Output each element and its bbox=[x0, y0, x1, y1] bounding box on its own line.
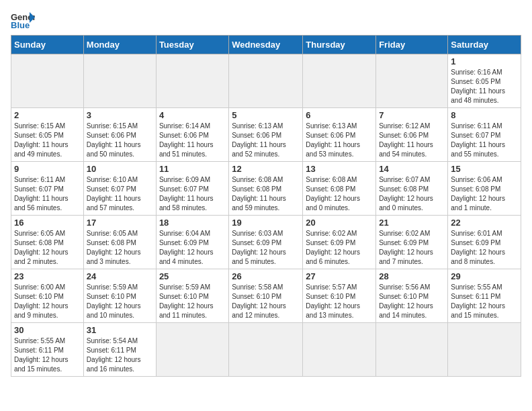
day-number: 29 bbox=[451, 271, 518, 281]
day-info: Sunrise: 6:03 AM Sunset: 6:09 PM Dayligh… bbox=[232, 229, 300, 267]
calendar-cell bbox=[229, 323, 303, 377]
day-number: 9 bbox=[14, 164, 81, 174]
calendar-table: SundayMondayTuesdayWednesdayThursdayFrid… bbox=[11, 35, 521, 377]
day-number: 28 bbox=[379, 271, 445, 281]
day-number: 25 bbox=[159, 271, 226, 281]
calendar-cell: 24Sunrise: 5:59 AM Sunset: 6:10 PM Dayli… bbox=[83, 269, 156, 323]
calendar-cell: 4Sunrise: 6:14 AM Sunset: 6:06 PM Daylig… bbox=[156, 108, 228, 162]
day-number: 5 bbox=[232, 110, 300, 120]
calendar-cell bbox=[448, 323, 521, 377]
day-info: Sunrise: 5:56 AM Sunset: 6:10 PM Dayligh… bbox=[379, 283, 445, 320]
calendar-cell: 12Sunrise: 6:08 AM Sunset: 6:08 PM Dayli… bbox=[229, 162, 303, 216]
calendar-cell bbox=[303, 323, 376, 377]
day-number: 31 bbox=[87, 325, 153, 335]
calendar-week-row-4: 23Sunrise: 6:00 AM Sunset: 6:10 PM Dayli… bbox=[11, 269, 521, 323]
day-info: Sunrise: 6:07 AM Sunset: 6:08 PM Dayligh… bbox=[379, 175, 445, 213]
day-info: Sunrise: 6:13 AM Sunset: 6:06 PM Dayligh… bbox=[306, 122, 373, 159]
calendar-cell: 10Sunrise: 6:10 AM Sunset: 6:07 PM Dayli… bbox=[83, 162, 156, 216]
day-info: Sunrise: 5:59 AM Sunset: 6:10 PM Dayligh… bbox=[159, 283, 226, 320]
day-info: Sunrise: 5:59 AM Sunset: 6:10 PM Dayligh… bbox=[87, 283, 153, 320]
day-info: Sunrise: 5:55 AM Sunset: 6:11 PM Dayligh… bbox=[14, 336, 81, 374]
svg-text:Blue: Blue bbox=[11, 20, 30, 30]
day-info: Sunrise: 6:05 AM Sunset: 6:08 PM Dayligh… bbox=[87, 229, 153, 267]
calendar-cell bbox=[156, 54, 228, 108]
weekday-header-row: SundayMondayTuesdayWednesdayThursdayFrid… bbox=[11, 36, 521, 54]
day-info: Sunrise: 6:02 AM Sunset: 6:09 PM Dayligh… bbox=[306, 229, 373, 267]
calendar-cell: 22Sunrise: 6:01 AM Sunset: 6:09 PM Dayli… bbox=[448, 216, 521, 269]
calendar-cell: 9Sunrise: 6:11 AM Sunset: 6:07 PM Daylig… bbox=[11, 162, 84, 216]
day-info: Sunrise: 5:58 AM Sunset: 6:10 PM Dayligh… bbox=[232, 283, 300, 320]
calendar-cell bbox=[229, 54, 303, 108]
weekday-header-monday: Monday bbox=[83, 36, 156, 54]
page-header: General Blue bbox=[11, 11, 521, 30]
day-info: Sunrise: 6:06 AM Sunset: 6:08 PM Dayligh… bbox=[451, 175, 518, 213]
day-number: 2 bbox=[14, 110, 81, 120]
day-number: 6 bbox=[306, 110, 373, 120]
day-number: 1 bbox=[451, 56, 518, 66]
day-number: 30 bbox=[14, 325, 81, 335]
calendar-cell: 7Sunrise: 6:12 AM Sunset: 6:06 PM Daylig… bbox=[376, 108, 448, 162]
calendar-cell bbox=[83, 54, 156, 108]
calendar-cell: 21Sunrise: 6:02 AM Sunset: 6:09 PM Dayli… bbox=[376, 216, 448, 269]
day-info: Sunrise: 6:09 AM Sunset: 6:07 PM Dayligh… bbox=[159, 175, 226, 213]
day-number: 14 bbox=[379, 164, 445, 174]
calendar-cell: 6Sunrise: 6:13 AM Sunset: 6:06 PM Daylig… bbox=[303, 108, 376, 162]
calendar-week-row-1: 2Sunrise: 6:15 AM Sunset: 6:05 PM Daylig… bbox=[11, 108, 521, 162]
day-info: Sunrise: 6:11 AM Sunset: 6:07 PM Dayligh… bbox=[14, 175, 81, 213]
calendar-cell: 27Sunrise: 5:57 AM Sunset: 6:10 PM Dayli… bbox=[303, 269, 376, 323]
calendar-week-row-0: 1Sunrise: 6:16 AM Sunset: 6:05 PM Daylig… bbox=[11, 54, 521, 108]
day-info: Sunrise: 5:55 AM Sunset: 6:11 PM Dayligh… bbox=[451, 283, 518, 320]
calendar-cell: 23Sunrise: 6:00 AM Sunset: 6:10 PM Dayli… bbox=[11, 269, 84, 323]
day-number: 20 bbox=[306, 218, 373, 228]
calendar-cell: 2Sunrise: 6:15 AM Sunset: 6:05 PM Daylig… bbox=[11, 108, 84, 162]
day-info: Sunrise: 6:01 AM Sunset: 6:09 PM Dayligh… bbox=[451, 229, 518, 267]
generalblue-logo-icon: General Blue bbox=[11, 11, 35, 30]
calendar-cell: 26Sunrise: 5:58 AM Sunset: 6:10 PM Dayli… bbox=[229, 269, 303, 323]
day-info: Sunrise: 6:12 AM Sunset: 6:06 PM Dayligh… bbox=[379, 122, 445, 159]
calendar-cell bbox=[376, 323, 448, 377]
day-info: Sunrise: 6:00 AM Sunset: 6:10 PM Dayligh… bbox=[14, 283, 81, 320]
calendar-cell: 30Sunrise: 5:55 AM Sunset: 6:11 PM Dayli… bbox=[11, 323, 84, 377]
weekday-header-thursday: Thursday bbox=[303, 36, 376, 54]
weekday-header-saturday: Saturday bbox=[448, 36, 521, 54]
day-number: 15 bbox=[451, 164, 518, 174]
calendar-cell: 5Sunrise: 6:13 AM Sunset: 6:06 PM Daylig… bbox=[229, 108, 303, 162]
calendar-cell: 8Sunrise: 6:11 AM Sunset: 6:07 PM Daylig… bbox=[448, 108, 521, 162]
calendar-cell bbox=[376, 54, 448, 108]
day-number: 21 bbox=[379, 218, 445, 228]
calendar-cell: 11Sunrise: 6:09 AM Sunset: 6:07 PM Dayli… bbox=[156, 162, 228, 216]
calendar-cell: 20Sunrise: 6:02 AM Sunset: 6:09 PM Dayli… bbox=[303, 216, 376, 269]
day-info: Sunrise: 6:04 AM Sunset: 6:09 PM Dayligh… bbox=[159, 229, 226, 267]
logo: General Blue bbox=[11, 11, 35, 30]
day-number: 18 bbox=[159, 218, 226, 228]
calendar-cell: 15Sunrise: 6:06 AM Sunset: 6:08 PM Dayli… bbox=[448, 162, 521, 216]
day-info: Sunrise: 6:02 AM Sunset: 6:09 PM Dayligh… bbox=[379, 229, 445, 267]
weekday-header-sunday: Sunday bbox=[11, 36, 84, 54]
weekday-header-friday: Friday bbox=[376, 36, 448, 54]
calendar-cell: 1Sunrise: 6:16 AM Sunset: 6:05 PM Daylig… bbox=[448, 54, 521, 108]
day-info: Sunrise: 6:15 AM Sunset: 6:06 PM Dayligh… bbox=[87, 122, 153, 159]
calendar-cell: 31Sunrise: 5:54 AM Sunset: 6:11 PM Dayli… bbox=[83, 323, 156, 377]
day-number: 10 bbox=[87, 164, 153, 174]
day-number: 8 bbox=[451, 110, 518, 120]
day-number: 17 bbox=[87, 218, 153, 228]
day-number: 12 bbox=[232, 164, 300, 174]
calendar-cell: 25Sunrise: 5:59 AM Sunset: 6:10 PM Dayli… bbox=[156, 269, 228, 323]
calendar-cell: 18Sunrise: 6:04 AM Sunset: 6:09 PM Dayli… bbox=[156, 216, 228, 269]
calendar-cell: 16Sunrise: 6:05 AM Sunset: 6:08 PM Dayli… bbox=[11, 216, 84, 269]
day-info: Sunrise: 6:15 AM Sunset: 6:05 PM Dayligh… bbox=[14, 122, 81, 159]
day-number: 16 bbox=[14, 218, 81, 228]
calendar-cell: 29Sunrise: 5:55 AM Sunset: 6:11 PM Dayli… bbox=[448, 269, 521, 323]
day-info: Sunrise: 5:54 AM Sunset: 6:11 PM Dayligh… bbox=[87, 336, 153, 374]
day-number: 23 bbox=[14, 271, 81, 281]
calendar-week-row-5: 30Sunrise: 5:55 AM Sunset: 6:11 PM Dayli… bbox=[11, 323, 521, 377]
day-info: Sunrise: 6:11 AM Sunset: 6:07 PM Dayligh… bbox=[451, 122, 518, 159]
day-info: Sunrise: 6:05 AM Sunset: 6:08 PM Dayligh… bbox=[14, 229, 81, 267]
day-number: 7 bbox=[379, 110, 445, 120]
day-number: 13 bbox=[306, 164, 373, 174]
day-number: 26 bbox=[232, 271, 300, 281]
calendar-cell: 14Sunrise: 6:07 AM Sunset: 6:08 PM Dayli… bbox=[376, 162, 448, 216]
day-info: Sunrise: 6:10 AM Sunset: 6:07 PM Dayligh… bbox=[87, 175, 153, 213]
day-info: Sunrise: 6:13 AM Sunset: 6:06 PM Dayligh… bbox=[232, 122, 300, 159]
calendar-cell: 3Sunrise: 6:15 AM Sunset: 6:06 PM Daylig… bbox=[83, 108, 156, 162]
